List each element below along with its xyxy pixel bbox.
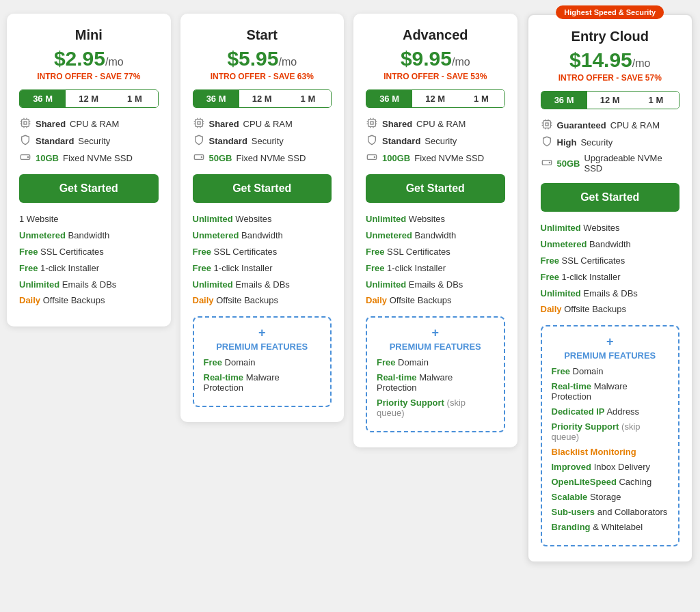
- plan-price: $14.95/mo: [541, 48, 680, 72]
- get-started-button[interactable]: Get Started: [19, 174, 159, 203]
- period-btn-1[interactable]: 12 M: [66, 90, 111, 107]
- svg-rect-1: [24, 122, 27, 124]
- get-started-button[interactable]: Get Started: [193, 174, 332, 203]
- period-btn-2[interactable]: 1 M: [458, 90, 504, 107]
- feature-item: Unmetered Bandwidth: [19, 230, 159, 242]
- svg-rect-12: [195, 120, 202, 127]
- period-btn-1[interactable]: 12 M: [587, 92, 633, 109]
- period-btn-0[interactable]: 36 M: [193, 90, 239, 107]
- plan-price: $9.95/mo: [366, 47, 505, 70]
- intro-offer: INTRO OFFER - SAVE 77%: [19, 72, 159, 81]
- plan-price: $5.95/mo: [193, 47, 332, 70]
- plan-name: Advanced: [366, 27, 505, 43]
- premium-item: Priority Support (skip queue): [377, 398, 494, 418]
- svg-rect-0: [22, 120, 29, 127]
- premium-header: +PREMIUM FEATURES: [552, 335, 669, 361]
- feature-list: Unlimited WebsitesUnmetered BandwidthFre…: [366, 214, 505, 307]
- period-btn-1[interactable]: 12 M: [412, 90, 458, 107]
- plan-name: Entry Cloud: [541, 29, 680, 44]
- feature-item: Daily Offsite Backups: [19, 295, 159, 307]
- cpu-icon: [541, 119, 553, 132]
- premium-item: Improved Inbox Delivery: [552, 462, 669, 472]
- plan-card-start: Start$5.95/moINTRO OFFER - SAVE 63%36 M1…: [180, 14, 345, 422]
- feature-item: Free SSL Certificates: [19, 247, 159, 258]
- get-started-button[interactable]: Get Started: [541, 183, 680, 212]
- spec-row: High Security: [541, 136, 680, 149]
- premium-item: Dedicated IP Address: [552, 406, 669, 417]
- hdd-icon: [19, 152, 31, 165]
- premium-item: Real-time Malware Protection: [552, 381, 669, 402]
- shield-icon: [193, 135, 205, 148]
- svg-point-47: [549, 162, 550, 163]
- period-selector: 36 M12 M1 M: [193, 89, 332, 108]
- feature-item: Unlimited Websites: [193, 214, 332, 225]
- feature-item: Unmetered Bandwidth: [541, 239, 680, 251]
- feature-item: Free SSL Certificates: [541, 255, 680, 267]
- svg-point-23: [201, 156, 202, 157]
- spec-row: Shared CPU & RAM: [193, 117, 332, 130]
- intro-offer: INTRO OFFER - SAVE 63%: [193, 72, 332, 81]
- premium-item: Free Domain: [377, 357, 494, 367]
- spec-row: 50GB Upgradeable NVMe SSD: [541, 153, 680, 173]
- period-btn-0[interactable]: 36 M: [20, 90, 66, 107]
- svg-rect-13: [198, 122, 200, 124]
- period-btn-2[interactable]: 1 M: [285, 90, 331, 107]
- feature-item: Unlimited Emails & DBs: [541, 288, 680, 300]
- plan-name: Start: [193, 27, 332, 43]
- plan-card-mini: Mini$2.95/moINTRO OFFER - SAVE 77%36 M12…: [7, 14, 171, 326]
- premium-item: Sub-users and Collaborators: [552, 507, 669, 517]
- premium-list: Free DomainReal-time Malware Protection: [204, 357, 321, 393]
- svg-rect-36: [543, 121, 550, 128]
- cpu-icon: [193, 117, 205, 130]
- feature-item: Free 1-click Installer: [366, 263, 505, 275]
- cpu-icon: [366, 117, 378, 130]
- premium-header: +PREMIUM FEATURES: [204, 326, 321, 352]
- feature-item: Unlimited Websites: [541, 223, 680, 234]
- plus-icon: +: [204, 326, 321, 340]
- plus-icon: +: [377, 326, 494, 340]
- cpu-icon: [19, 117, 31, 130]
- spec-row: Standard Security: [19, 135, 159, 148]
- feature-list: 1 WebsiteUnmetered BandwidthFree SSL Cer…: [19, 214, 159, 307]
- premium-features-box: +PREMIUM FEATURESFree DomainReal-time Ma…: [193, 316, 332, 407]
- premium-item: Real-time Malware Protection: [204, 372, 321, 393]
- premium-item: Free Domain: [552, 366, 669, 376]
- period-btn-0[interactable]: 36 M: [366, 90, 412, 107]
- spec-row: Guaranteed CPU & RAM: [541, 119, 680, 132]
- premium-item: Priority Support (skip queue): [552, 421, 669, 442]
- period-btn-0[interactable]: 36 M: [541, 92, 587, 109]
- feature-item: 1 Website: [19, 214, 159, 225]
- plan-name: Mini: [19, 27, 159, 43]
- spec-row: Standard Security: [193, 135, 332, 148]
- feature-item: Free 1-click Installer: [19, 263, 159, 275]
- period-selector: 36 M12 M1 M: [19, 89, 159, 108]
- feature-item: Unmetered Bandwidth: [366, 230, 505, 242]
- premium-item: Scalable Storage: [552, 492, 669, 502]
- spec-row: Standard Security: [366, 135, 505, 148]
- hdd-icon: [193, 152, 205, 165]
- get-started-button[interactable]: Get Started: [366, 174, 505, 203]
- feature-list: Unlimited WebsitesUnmetered BandwidthFre…: [193, 214, 332, 307]
- premium-features-box: +PREMIUM FEATURESFree DomainReal-time Ma…: [366, 316, 505, 432]
- premium-item: Free Domain: [204, 357, 321, 367]
- period-btn-2[interactable]: 1 M: [111, 90, 157, 107]
- hdd-icon: [366, 152, 378, 165]
- shield-icon: [19, 135, 31, 148]
- feature-item: Unlimited Emails & DBs: [193, 279, 332, 291]
- premium-item: Branding & Whitelabel: [552, 522, 669, 532]
- feature-item: Unlimited Emails & DBs: [366, 279, 505, 291]
- plan-card-advanced: Advanced$9.95/moINTRO OFFER - SAVE 53%36…: [353, 14, 517, 447]
- feature-item: Daily Offsite Backups: [193, 295, 332, 307]
- hdd-icon: [541, 157, 553, 170]
- spec-row: 50GB Fixed NVMe SSD: [193, 152, 332, 165]
- premium-list: Free DomainReal-time Malware ProtectionD…: [552, 366, 669, 532]
- period-btn-2[interactable]: 1 M: [633, 92, 679, 109]
- feature-item: Daily Offsite Backups: [366, 295, 505, 307]
- period-selector: 36 M12 M1 M: [541, 91, 680, 109]
- plan-badge: Highest Speed & Security: [556, 5, 664, 19]
- feature-item: Free SSL Certificates: [366, 247, 505, 258]
- spec-row: 10GB Fixed NVMe SSD: [19, 152, 159, 165]
- feature-item: Unlimited Websites: [366, 214, 505, 225]
- period-btn-1[interactable]: 12 M: [239, 90, 285, 107]
- svg-rect-25: [371, 122, 373, 124]
